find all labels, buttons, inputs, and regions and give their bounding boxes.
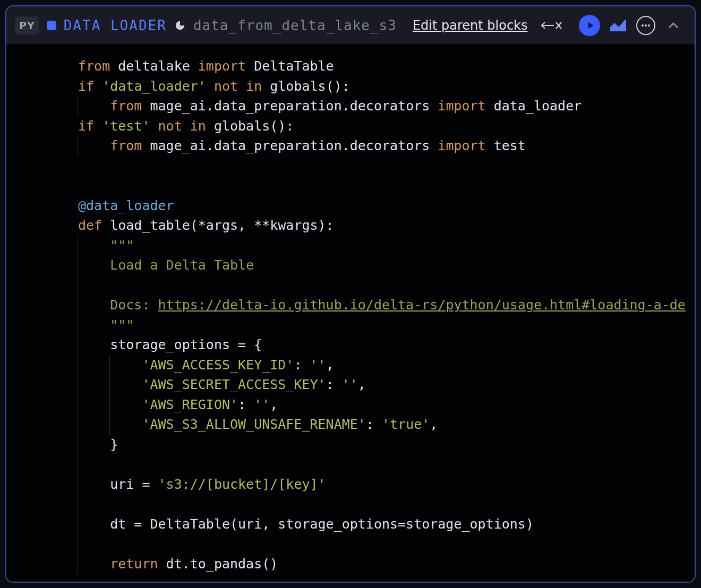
pie-chart-icon — [174, 20, 186, 31]
chart-icon — [609, 18, 627, 33]
block-name-label[interactable]: data_from_delta_lake_s3 — [193, 18, 397, 33]
code-block-panel: PY DATA LOADER data_from_delta_lake_s3 E… — [5, 5, 696, 583]
chevron-up-icon — [668, 22, 679, 29]
disconnect-icon[interactable] — [540, 19, 563, 32]
more-icon — [641, 24, 651, 27]
svg-point-4 — [642, 24, 644, 27]
language-badge: PY — [15, 16, 39, 34]
svg-point-6 — [648, 24, 650, 27]
block-color-indicator — [47, 21, 56, 30]
block-type-label: DATA LOADER — [64, 18, 167, 33]
code-editor[interactable]: from deltalake import DeltaTable if 'dat… — [6, 45, 695, 582]
run-button[interactable] — [579, 15, 600, 36]
more-button[interactable] — [636, 16, 655, 35]
block-toolbar: PY DATA LOADER data_from_delta_lake_s3 E… — [6, 6, 695, 45]
play-icon — [586, 21, 595, 30]
chart-button[interactable] — [608, 15, 629, 36]
edit-parent-blocks-link[interactable]: Edit parent blocks — [413, 18, 528, 33]
svg-point-5 — [645, 24, 647, 27]
collapse-button[interactable] — [663, 15, 684, 36]
code-content[interactable]: from deltalake import DeltaTable if 'dat… — [6, 56, 695, 574]
